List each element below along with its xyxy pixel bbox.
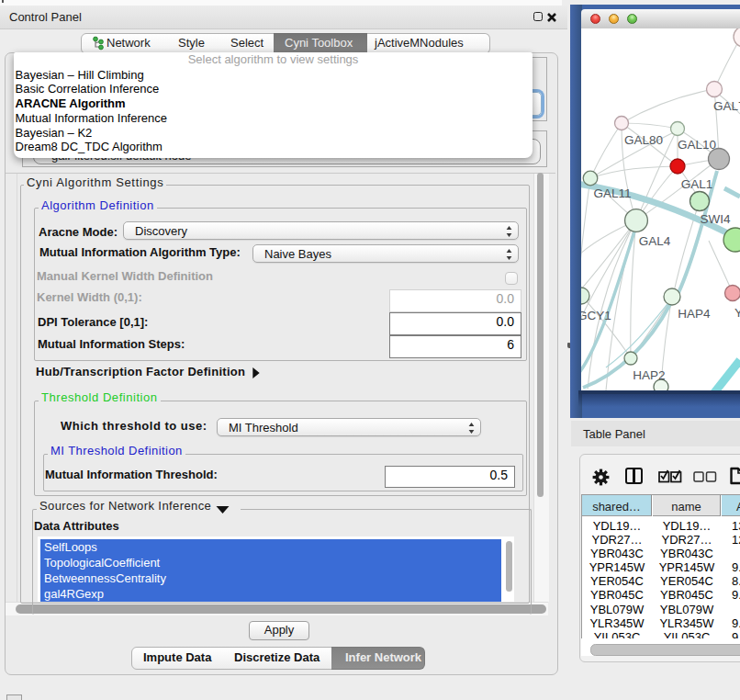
svg-text:GAL11: GAL11	[593, 186, 631, 200]
svg-text:GCY1: GCY1	[581, 309, 611, 322]
svg-text:GAL4: GAL4	[639, 234, 671, 248]
svg-text:GAL80: GAL80	[624, 133, 663, 147]
svg-text:GAL7: GAL7	[713, 99, 740, 113]
svg-text:GAL1: GAL1	[681, 177, 713, 191]
svg-text:HAP4: HAP4	[678, 307, 711, 321]
svg-text:SWI4: SWI4	[700, 212, 730, 226]
svg-text:GAL10: GAL10	[678, 138, 716, 152]
svg-text:HAP2: HAP2	[633, 368, 665, 382]
svg-text:Y: Y	[734, 306, 740, 320]
